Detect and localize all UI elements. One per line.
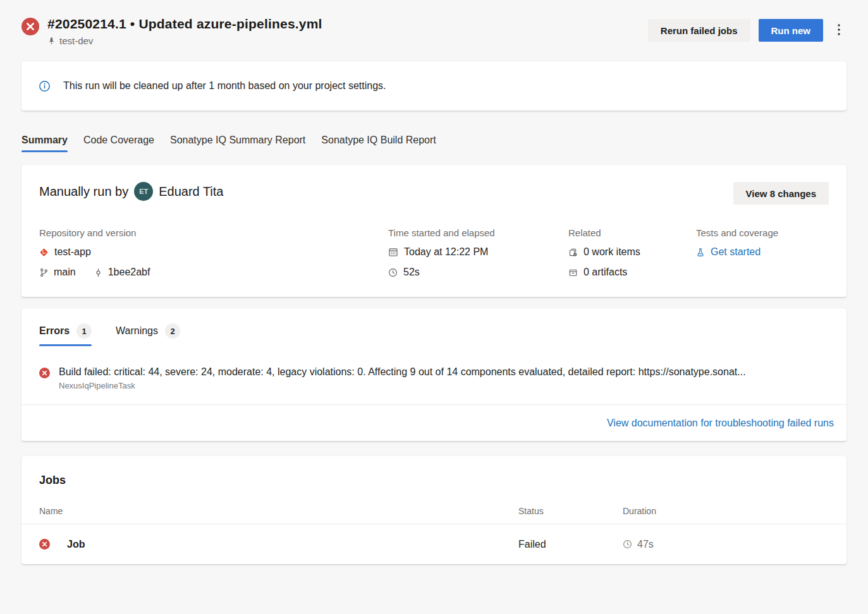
issues-tabbar: Errors 1 Warnings 2 bbox=[21, 323, 847, 346]
work-items-row[interactable]: 0 work items bbox=[568, 246, 696, 258]
tab-errors[interactable]: Errors 1 bbox=[39, 323, 92, 346]
rerun-failed-jobs-button[interactable]: Rerun failed jobs bbox=[648, 19, 750, 42]
error-source: NexusIqPipelineTask bbox=[59, 381, 746, 390]
more-options-button[interactable] bbox=[831, 20, 847, 41]
pipeline-name[interactable]: test-dev bbox=[59, 35, 93, 46]
summary-columns: Repository and version test-app main bbox=[39, 227, 829, 278]
retention-banner: This run will be cleaned up after 1 mont… bbox=[21, 61, 847, 111]
run-header: #20250214.1 • Updated azure-pipelines.ym… bbox=[21, 0, 847, 46]
repository-heading: Repository and version bbox=[39, 227, 388, 238]
time-column: Time started and elapsed Today at 12:22 … bbox=[388, 227, 568, 278]
job-duration: 47s bbox=[637, 539, 654, 550]
jobs-table-header: Name Status Duration bbox=[21, 506, 847, 524]
run-header-left: #20250214.1 • Updated azure-pipelines.ym… bbox=[21, 16, 322, 46]
related-heading: Related bbox=[568, 227, 696, 238]
warnings-tab-label: Warnings bbox=[116, 325, 158, 337]
job-duration-cell: 47s bbox=[623, 539, 829, 550]
clock-icon bbox=[388, 268, 398, 277]
job-status: Failed bbox=[518, 539, 623, 550]
job-failed-icon bbox=[39, 539, 50, 550]
artifacts-icon bbox=[568, 268, 578, 277]
warnings-count-badge: 2 bbox=[165, 323, 180, 339]
tab-sonatype-iq-summary-report[interactable]: Sonatype IQ Summary Report bbox=[170, 135, 305, 155]
calendar-icon bbox=[388, 247, 398, 257]
repository-name[interactable]: test-app bbox=[54, 246, 91, 258]
jobs-col-duration: Duration bbox=[623, 506, 829, 516]
version-row: main 1bee2abf bbox=[39, 267, 388, 278]
tab-warnings[interactable]: Warnings 2 bbox=[116, 323, 180, 346]
commit-item[interactable]: 1bee2abf bbox=[94, 267, 150, 278]
error-message: Build failed: critical: 44, severe: 24, … bbox=[59, 366, 746, 378]
jobs-card: Jobs Name Status Duration Job Failed 47s bbox=[21, 456, 847, 564]
error-text-block: Build failed: critical: 44, severe: 24, … bbox=[59, 366, 746, 390]
time-heading: Time started and elapsed bbox=[388, 227, 568, 238]
run-tabbar: Summary Code Coverage Sonatype IQ Summar… bbox=[21, 135, 847, 155]
issues-footer: View documentation for troubleshooting f… bbox=[21, 405, 847, 441]
pipeline-run-page: #20250214.1 • Updated azure-pipelines.ym… bbox=[0, 0, 868, 564]
job-name[interactable]: Job bbox=[67, 539, 85, 550]
duration-clock-icon bbox=[623, 539, 632, 549]
view-changes-button[interactable]: View 8 changes bbox=[733, 182, 829, 205]
tests-heading: Tests and coverage bbox=[696, 227, 829, 238]
jobs-col-name: Name bbox=[39, 506, 518, 516]
table-row[interactable]: Job Failed 47s bbox=[21, 524, 847, 564]
commit-icon bbox=[94, 268, 103, 277]
issues-card: Errors 1 Warnings 2 Build failed: critic… bbox=[21, 308, 847, 441]
failed-icon bbox=[21, 18, 39, 35]
related-column: Related 0 work items 0 artifacts bbox=[568, 227, 696, 278]
commit-hash[interactable]: 1bee2abf bbox=[108, 267, 150, 278]
branch-name[interactable]: main bbox=[54, 267, 76, 278]
pipeline-icon bbox=[47, 37, 56, 45]
run-by-prefix: Manually run by bbox=[39, 184, 128, 199]
job-name-cell: Job bbox=[39, 539, 518, 550]
tab-summary[interactable]: Summary bbox=[21, 135, 68, 155]
run-new-button[interactable]: Run new bbox=[759, 19, 824, 42]
branch-icon bbox=[39, 268, 49, 277]
run-by: Manually run by ET Eduard Tita bbox=[39, 182, 223, 201]
run-title-block: #20250214.1 • Updated azure-pipelines.ym… bbox=[47, 16, 322, 46]
repository-row[interactable]: test-app bbox=[39, 246, 388, 258]
work-items-count[interactable]: 0 work items bbox=[584, 246, 640, 258]
retention-message: This run will be cleaned up after 1 mont… bbox=[63, 80, 386, 92]
repository-column: Repository and version test-app main bbox=[39, 227, 388, 278]
time-elapsed: 52s bbox=[403, 267, 420, 278]
jobs-title: Jobs bbox=[21, 474, 847, 487]
beaker-icon bbox=[696, 248, 705, 257]
artifacts-count[interactable]: 0 artifacts bbox=[584, 267, 627, 278]
time-started: Today at 12:22 PM bbox=[404, 246, 488, 258]
tab-code-coverage[interactable]: Code Coverage bbox=[83, 135, 154, 155]
pipeline-breadcrumb[interactable]: test-dev bbox=[47, 35, 322, 46]
work-items-icon bbox=[568, 248, 578, 257]
errors-count-badge: 1 bbox=[76, 323, 92, 339]
error-failed-icon bbox=[39, 368, 50, 378]
run-by-name: Eduard Tita bbox=[159, 184, 223, 199]
errors-tab-label: Errors bbox=[39, 325, 70, 337]
summary-card: Manually run by ET Eduard Tita View 8 ch… bbox=[21, 165, 847, 297]
info-icon bbox=[39, 81, 50, 92]
avatar: ET bbox=[134, 182, 153, 201]
summary-head: Manually run by ET Eduard Tita View 8 ch… bbox=[39, 182, 829, 205]
tab-sonatype-iq-build-report[interactable]: Sonatype IQ Build Report bbox=[321, 135, 436, 155]
jobs-col-status: Status bbox=[518, 506, 623, 516]
time-elapsed-row: 52s bbox=[388, 267, 568, 278]
error-item[interactable]: Build failed: critical: 44, severe: 24, … bbox=[21, 346, 847, 390]
git-repo-icon bbox=[39, 248, 49, 257]
kebab-menu-icon bbox=[838, 24, 840, 35]
time-started-row: Today at 12:22 PM bbox=[388, 246, 568, 258]
troubleshooting-docs-link[interactable]: View documentation for troubleshooting f… bbox=[607, 418, 834, 429]
tests-get-started-row: Get started bbox=[696, 246, 829, 258]
run-header-actions: Rerun failed jobs Run new bbox=[648, 16, 847, 42]
artifacts-row[interactable]: 0 artifacts bbox=[568, 267, 696, 278]
branch-item[interactable]: main bbox=[39, 267, 76, 278]
page-title: #20250214.1 • Updated azure-pipelines.ym… bbox=[47, 16, 322, 32]
tests-column: Tests and coverage Get started bbox=[696, 227, 829, 278]
get-started-link[interactable]: Get started bbox=[711, 246, 761, 258]
